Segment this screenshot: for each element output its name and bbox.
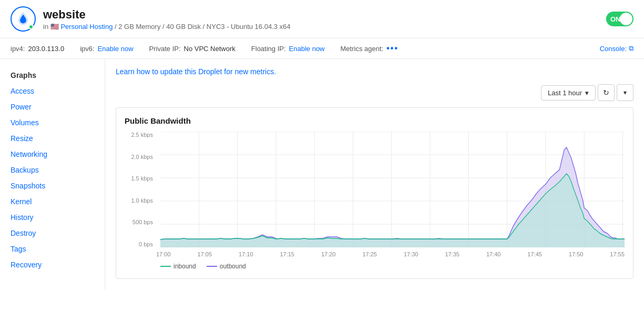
expand-icon: ▾ xyxy=(623,89,627,96)
header: website in 🇺🇸 Personal Hosting / 2 GB Me… xyxy=(0,0,644,38)
info-bar: ipv4: 203.0.113.0 ipv6: Enable now Priva… xyxy=(0,38,644,59)
status-dot xyxy=(28,24,34,29)
x-label-4: 17:20 xyxy=(321,251,336,257)
content-area: Learn how to update this Droplet for new… xyxy=(105,59,644,290)
y-label-3: 1.0 kbps xyxy=(131,197,153,204)
legend-inbound: inbound xyxy=(160,263,196,270)
sidebar-item-snapshots[interactable]: Snapshots xyxy=(0,178,105,194)
floating-ip-item: Floating IP: Enable now xyxy=(251,45,325,53)
private-ip-value: No VPC Network xyxy=(184,45,236,53)
hosting-link[interactable]: Personal Hosting xyxy=(60,23,113,31)
y-label-0: 2.5 kbps xyxy=(131,132,153,138)
chart-legend: inbound outbound xyxy=(125,263,625,270)
chart-plot xyxy=(160,132,625,249)
y-label-4: 500 bps xyxy=(132,219,153,225)
metrics-label: Metrics agent: xyxy=(341,45,384,53)
chevron-down-icon: ▾ xyxy=(585,89,589,97)
x-label-6: 17:30 xyxy=(404,251,418,257)
sidebar-item-graphs: Graphs xyxy=(0,67,105,83)
sidebar-item-recovery[interactable]: Recovery xyxy=(0,257,105,273)
refresh-button[interactable]: ↻ xyxy=(598,84,615,101)
console-link[interactable]: Console: ⧉ xyxy=(600,44,633,53)
time-range-select[interactable]: Last 1 hour ▾ xyxy=(541,85,596,101)
legend-outbound-label: outbound xyxy=(220,263,246,270)
legend-outbound-line xyxy=(207,266,217,267)
ipv4-item: ipv4: 203.0.113.0 xyxy=(11,45,64,53)
x-label-10: 17:50 xyxy=(569,251,584,257)
sidebar-item-destroy[interactable]: Destroy xyxy=(0,225,105,241)
ipv6-label: ipv6: xyxy=(80,45,94,53)
x-label-2: 17:10 xyxy=(239,251,253,257)
x-label-9: 17:45 xyxy=(527,251,542,257)
expand-button[interactable]: ▾ xyxy=(617,84,633,101)
toggle-wrapper: ON xyxy=(606,12,633,26)
console-label: Console: xyxy=(600,45,627,53)
specs: / 2 GB Memory / 40 GB Disk / NYC3 xyxy=(115,23,225,31)
y-label-2: 1.5 kbps xyxy=(131,175,153,182)
droplet-name: website xyxy=(43,8,291,22)
sidebar-item-power[interactable]: Power xyxy=(0,99,105,115)
header-left: website in 🇺🇸 Personal Hosting / 2 GB Me… xyxy=(11,6,291,32)
droplet-icon xyxy=(11,6,36,32)
private-ip-item: Private IP: No VPC Network xyxy=(149,45,236,53)
sidebar-item-resize[interactable]: Resize xyxy=(0,131,105,146)
ipv6-item: ipv6: Enable now xyxy=(80,45,133,53)
droplet-subtitle: in 🇺🇸 Personal Hosting / 2 GB Memory / 4… xyxy=(43,23,291,31)
legend-inbound-label: inbound xyxy=(173,263,196,270)
x-label-8: 17:40 xyxy=(486,251,501,257)
ipv4-label: ipv4: xyxy=(11,45,25,53)
time-range-label: Last 1 hour xyxy=(548,89,582,97)
y-axis: 2.5 kbps 2.0 kbps 1.5 kbps 1.0 kbps 500 … xyxy=(125,132,156,247)
floating-ip-label: Floating IP: xyxy=(251,45,286,53)
os: - Ubuntu 16.04.3 x64 xyxy=(227,23,290,31)
y-label-5: 0 bps xyxy=(139,241,153,247)
console-icon: ⧉ xyxy=(629,44,633,53)
subtitle-in: in xyxy=(43,23,48,31)
sidebar-item-backups[interactable]: Backups xyxy=(0,162,105,178)
legend-outbound: outbound xyxy=(207,263,246,270)
refresh-icon: ↻ xyxy=(603,88,609,97)
power-toggle[interactable]: ON xyxy=(606,12,633,26)
legend-inbound-line xyxy=(160,266,171,267)
toggle-label: ON xyxy=(610,15,621,23)
metrics-item: Metrics agent: ••• xyxy=(341,44,398,53)
x-label-11: 17:55 xyxy=(610,251,625,257)
chart-area: 2.5 kbps 2.0 kbps 1.5 kbps 1.0 kbps 500 … xyxy=(125,132,625,249)
learn-metrics-link[interactable]: Learn how to update this Droplet for new… xyxy=(116,67,633,76)
x-label-0: 17:00 xyxy=(156,251,171,257)
toggle-knob xyxy=(620,13,632,25)
chart-svg xyxy=(160,132,625,247)
sidebar-item-history[interactable]: History xyxy=(0,209,105,225)
sidebar-item-volumes[interactable]: Volumes xyxy=(0,115,105,131)
sidebar-item-access[interactable]: Access xyxy=(0,83,105,99)
main-layout: Graphs Access Power Volumes Resize Netwo… xyxy=(0,59,644,290)
flag-icon: 🇺🇸 xyxy=(50,23,61,31)
controls-row: Last 1 hour ▾ ↻ ▾ xyxy=(116,84,633,101)
private-ip-label: Private IP: xyxy=(149,45,181,53)
y-label-1: 2.0 kbps xyxy=(131,154,153,160)
sidebar-item-tags[interactable]: Tags xyxy=(0,241,105,257)
floating-ip-enable-link[interactable]: Enable now xyxy=(289,45,325,53)
x-label-5: 17:25 xyxy=(362,251,377,257)
metrics-dots-button[interactable]: ••• xyxy=(386,44,398,53)
x-label-7: 17:35 xyxy=(445,251,459,257)
sidebar-item-networking[interactable]: Networking xyxy=(0,146,105,162)
ipv4-value: 203.0.113.0 xyxy=(28,45,64,53)
x-axis: 17:00 17:05 17:10 17:15 17:20 17:25 17:3… xyxy=(125,251,625,257)
bandwidth-chart-container: Public Bandwidth 2.5 kbps 2.0 kbps 1.5 k… xyxy=(116,107,633,279)
x-label-1: 17:05 xyxy=(197,251,212,257)
x-label-3: 17:15 xyxy=(280,251,294,257)
chart-title: Public Bandwidth xyxy=(125,116,625,125)
ipv6-enable-link[interactable]: Enable now xyxy=(98,45,134,53)
header-title: website in 🇺🇸 Personal Hosting / 2 GB Me… xyxy=(43,8,291,31)
sidebar: Graphs Access Power Volumes Resize Netwo… xyxy=(0,59,105,290)
sidebar-item-kernel[interactable]: Kernel xyxy=(0,194,105,209)
